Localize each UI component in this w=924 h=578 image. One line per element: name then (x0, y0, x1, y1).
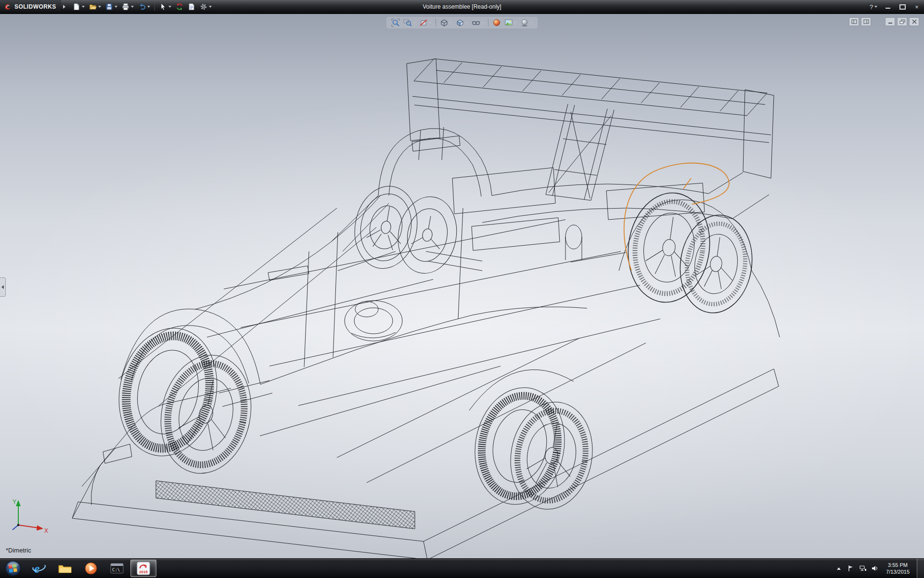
apply-scene-button[interactable] (503, 18, 518, 27)
network-icon (860, 565, 867, 572)
graphics-area[interactable]: Y X *Dimetric (0, 13, 924, 559)
save-disk-icon (105, 3, 113, 11)
window-tile-left-button[interactable] (849, 17, 859, 26)
network-button[interactable] (859, 564, 867, 573)
logo-text: SOLIDWORKS (14, 3, 56, 10)
open-folder-icon (89, 3, 97, 11)
action-center-flag-icon (848, 565, 854, 572)
menus-flyout-button[interactable] (61, 0, 68, 13)
close-document-button[interactable] (909, 17, 919, 26)
minimize-button[interactable] (881, 0, 895, 13)
windows-start-orb-icon (5, 560, 21, 577)
open-button[interactable] (87, 1, 103, 12)
dropdown-caret-icon (530, 22, 533, 24)
heads-up-toolbar (386, 17, 538, 28)
action-center-button[interactable] (847, 564, 855, 573)
help-label: ? (870, 3, 873, 11)
front-left-wheels (107, 319, 261, 482)
featuremanager-collapse-tab[interactable] (0, 277, 6, 297)
car-body-wireframe (72, 59, 780, 559)
tile-right-icon (863, 19, 869, 24)
taskbar-command-prompt[interactable]: C:\ (104, 560, 129, 577)
display-style-icon (456, 18, 464, 27)
zoom-to-area-button[interactable] (402, 18, 417, 27)
close-icon: × (915, 3, 919, 11)
undo-arrow-icon (138, 3, 146, 11)
internet-explorer-icon: e (32, 561, 46, 576)
show-hidden-icons-button[interactable] (835, 564, 843, 573)
command-prompt-icon: C:\ (110, 563, 124, 574)
zoom-to-fit-icon (391, 18, 400, 27)
dropdown-caret-icon (131, 6, 134, 8)
system-tray: 3:55 PM 7/13/2015 (835, 559, 924, 578)
triad-axes-icon: Y X (9, 494, 52, 536)
rear-left-wheels (466, 381, 601, 516)
edit-appearance-button[interactable] (491, 18, 502, 27)
solidworks-logo: SOLIDWORKS (0, 0, 61, 13)
dropdown-caret-icon (209, 6, 212, 8)
display-style-button[interactable] (455, 18, 469, 27)
view-orientation-cube-icon (440, 18, 449, 27)
toolbar-separator (488, 19, 488, 26)
view-settings-icon (520, 18, 529, 27)
print-button[interactable] (120, 1, 136, 12)
maximize-button[interactable] (895, 0, 910, 13)
volume-button[interactable] (871, 564, 879, 573)
section-view-button[interactable] (418, 18, 433, 27)
tile-left-icon (851, 19, 857, 24)
maximize-icon (899, 4, 906, 10)
clock-date: 7/13/2015 (886, 568, 910, 575)
triad-y-label: Y (13, 499, 16, 505)
save-button[interactable] (103, 1, 119, 12)
svg-text:2015: 2015 (139, 570, 148, 574)
hide-show-items-button[interactable] (471, 18, 485, 27)
quick-access-toolbar (71, 0, 214, 13)
dropdown-caret-icon (168, 6, 171, 8)
wireframe-car-model[interactable] (0, 13, 924, 559)
minimize-icon (886, 8, 890, 9)
show-hidden-icons-arrow-icon (837, 567, 841, 570)
media-player-icon (84, 562, 98, 575)
document-window-tile-controls (849, 17, 871, 26)
taskbar-internet-explorer[interactable]: e (26, 560, 51, 577)
taskbar-clock[interactable]: 3:55 PM 7/13/2015 (886, 562, 910, 576)
view-orientation-button[interactable] (439, 18, 453, 27)
dropdown-caret-icon (449, 22, 452, 24)
triad-x-label: X (44, 527, 48, 534)
clock-time: 3:55 PM (886, 562, 910, 568)
start-button[interactable] (0, 559, 26, 578)
dropdown-caret-icon (82, 6, 85, 8)
dropdown-caret-icon (98, 6, 101, 8)
taskbar-windows-explorer[interactable] (52, 560, 77, 577)
restore-document-button[interactable] (897, 17, 907, 26)
select-button[interactable] (157, 1, 173, 12)
close-button[interactable]: × (910, 0, 924, 13)
taskbar-solidworks-2015[interactable]: 2015 (130, 560, 156, 577)
apply-scene-icon (504, 18, 513, 27)
rebuild-button[interactable] (174, 1, 185, 12)
solidworks-app-icon: 2015 (137, 562, 150, 575)
help-button[interactable]: ? (866, 0, 881, 13)
collapse-arrow-icon (1, 285, 4, 289)
hide-show-items-icon (472, 18, 480, 27)
view-orientation-label: *Dimetric (6, 547, 31, 554)
dropdown-caret-icon (413, 22, 416, 24)
minimize-document-button[interactable] (885, 17, 895, 26)
file-properties-button[interactable] (186, 1, 197, 12)
rebuild-icon (176, 3, 183, 11)
undo-button[interactable] (136, 1, 152, 12)
flyout-arrow-icon (63, 5, 65, 9)
folder-icon (58, 563, 72, 574)
file-properties-icon (188, 3, 195, 11)
zoom-to-fit-button[interactable] (390, 18, 401, 27)
view-settings-button[interactable] (519, 18, 534, 27)
select-cursor-icon (159, 3, 167, 11)
dropdown-caret-icon (429, 22, 432, 24)
new-document-button[interactable] (71, 1, 87, 12)
taskbar-media-player[interactable] (78, 560, 103, 577)
minimize-doc-icon (887, 19, 893, 24)
window-tile-right-button[interactable] (861, 17, 871, 26)
printer-icon (122, 3, 129, 11)
show-desktop-button[interactable] (917, 559, 924, 578)
options-button[interactable] (198, 1, 214, 12)
